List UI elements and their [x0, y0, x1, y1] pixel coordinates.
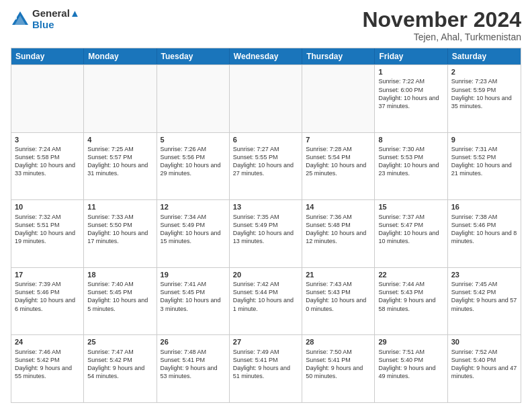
cal-cell: 25Sunrise: 7:47 AMSunset: 5:42 PMDayligh… — [84, 335, 157, 402]
cal-cell — [11, 65, 84, 132]
day-number: 17 — [15, 270, 80, 279]
cell-info: Sunrise: 7:37 AMSunset: 5:47 PMDaylight:… — [378, 213, 443, 246]
calendar-body: 1Sunrise: 7:22 AMSunset: 6:00 PMDaylight… — [11, 64, 521, 402]
day-number: 23 — [451, 270, 517, 279]
header-day-monday: Monday — [84, 48, 157, 64]
cal-cell: 10Sunrise: 7:32 AMSunset: 5:51 PMDayligh… — [11, 200, 84, 267]
cell-info: Sunrise: 7:42 AMSunset: 5:44 PMDaylight:… — [233, 280, 298, 313]
day-number: 16 — [451, 202, 517, 212]
cal-cell: 14Sunrise: 7:36 AMSunset: 5:48 PMDayligh… — [302, 200, 375, 267]
day-number: 18 — [87, 270, 152, 279]
day-number: 30 — [451, 337, 517, 347]
cal-cell: 16Sunrise: 7:38 AMSunset: 5:46 PMDayligh… — [448, 200, 521, 267]
cal-cell: 28Sunrise: 7:50 AMSunset: 5:41 PMDayligh… — [302, 335, 375, 402]
day-number: 19 — [161, 270, 226, 279]
day-number: 27 — [233, 337, 298, 347]
cell-info: Sunrise: 7:28 AMSunset: 5:54 PMDaylight:… — [306, 145, 371, 178]
header-day-friday: Friday — [375, 48, 447, 64]
day-number: 5 — [161, 135, 226, 144]
header-day-saturday: Saturday — [448, 48, 521, 64]
cal-cell: 20Sunrise: 7:42 AMSunset: 5:44 PMDayligh… — [230, 268, 302, 335]
location: Tejen, Ahal, Turkmenistan — [362, 32, 521, 42]
week-row-2: 10Sunrise: 7:32 AMSunset: 5:51 PMDayligh… — [11, 199, 521, 267]
cell-info: Sunrise: 7:40 AMSunset: 5:45 PMDaylight:… — [87, 280, 152, 313]
day-number: 11 — [87, 202, 152, 212]
week-row-0: 1Sunrise: 7:22 AMSunset: 6:00 PMDaylight… — [11, 64, 521, 132]
cell-info: Sunrise: 7:34 AMSunset: 5:49 PMDaylight:… — [161, 213, 226, 246]
title-block: November 2024 Tejen, Ahal, Turkmenistan — [362, 8, 521, 42]
day-number: 6 — [233, 135, 298, 144]
cell-info: Sunrise: 7:25 AMSunset: 5:57 PMDaylight:… — [87, 145, 152, 178]
day-number: 15 — [378, 202, 443, 212]
cal-cell: 11Sunrise: 7:33 AMSunset: 5:50 PMDayligh… — [84, 200, 157, 267]
day-number: 7 — [306, 135, 371, 144]
calendar-header: SundayMondayTuesdayWednesdayThursdayFrid… — [11, 48, 521, 64]
page: G General▲Blue November 2024 Tejen, Ahal… — [0, 0, 532, 411]
cal-cell: 2Sunrise: 7:23 AMSunset: 5:59 PMDaylight… — [448, 65, 521, 132]
cal-cell: 27Sunrise: 7:49 AMSunset: 5:41 PMDayligh… — [230, 335, 302, 402]
day-number: 4 — [87, 135, 152, 144]
cell-info: Sunrise: 7:50 AMSunset: 5:41 PMDaylight:… — [306, 348, 371, 381]
cell-info: Sunrise: 7:27 AMSunset: 5:55 PMDaylight:… — [233, 145, 298, 178]
header-day-thursday: Thursday — [302, 48, 375, 64]
cell-info: Sunrise: 7:26 AMSunset: 5:56 PMDaylight:… — [161, 145, 226, 178]
cell-info: Sunrise: 7:49 AMSunset: 5:41 PMDaylight:… — [233, 348, 298, 381]
cell-info: Sunrise: 7:52 AMSunset: 5:40 PMDaylight:… — [451, 348, 517, 381]
day-number: 24 — [15, 337, 80, 347]
header-day-tuesday: Tuesday — [157, 48, 230, 64]
cell-info: Sunrise: 7:39 AMSunset: 5:46 PMDaylight:… — [15, 280, 80, 313]
cal-cell — [230, 65, 302, 132]
cal-cell — [302, 65, 375, 132]
day-number: 25 — [87, 337, 152, 347]
day-number: 22 — [378, 270, 443, 279]
day-number: 9 — [451, 135, 517, 144]
week-row-3: 17Sunrise: 7:39 AMSunset: 5:46 PMDayligh… — [11, 267, 521, 335]
cell-info: Sunrise: 7:51 AMSunset: 5:40 PMDaylight:… — [378, 348, 443, 381]
month-year: November 2024 — [362, 8, 521, 32]
logo-text: General▲Blue — [32, 8, 80, 30]
cal-cell: 6Sunrise: 7:27 AMSunset: 5:55 PMDaylight… — [230, 133, 302, 200]
cell-info: Sunrise: 7:45 AMSunset: 5:42 PMDaylight:… — [451, 280, 517, 313]
cell-info: Sunrise: 7:38 AMSunset: 5:46 PMDaylight:… — [451, 213, 517, 246]
cell-info: Sunrise: 7:24 AMSunset: 5:58 PMDaylight:… — [15, 145, 80, 178]
day-number: 10 — [15, 202, 80, 212]
day-number: 29 — [378, 337, 443, 347]
cal-cell: 19Sunrise: 7:41 AMSunset: 5:45 PMDayligh… — [157, 268, 230, 335]
logo: G General▲Blue — [11, 8, 80, 30]
day-number: 1 — [378, 67, 443, 77]
cal-cell: 4Sunrise: 7:25 AMSunset: 5:57 PMDaylight… — [84, 133, 157, 200]
svg-text:G: G — [13, 15, 17, 20]
cell-info: Sunrise: 7:23 AMSunset: 5:59 PMDaylight:… — [451, 77, 517, 110]
cell-info: Sunrise: 7:47 AMSunset: 5:42 PMDaylight:… — [87, 348, 152, 381]
cell-info: Sunrise: 7:46 AMSunset: 5:42 PMDaylight:… — [15, 348, 80, 381]
day-number: 13 — [233, 202, 298, 212]
cal-cell: 8Sunrise: 7:30 AMSunset: 5:53 PMDaylight… — [375, 133, 447, 200]
logo-icon: G — [11, 10, 30, 29]
day-number: 8 — [378, 135, 443, 144]
cell-info: Sunrise: 7:44 AMSunset: 5:43 PMDaylight:… — [378, 280, 443, 313]
cell-info: Sunrise: 7:33 AMSunset: 5:50 PMDaylight:… — [87, 213, 152, 246]
week-row-1: 3Sunrise: 7:24 AMSunset: 5:58 PMDaylight… — [11, 132, 521, 200]
cal-cell: 26Sunrise: 7:48 AMSunset: 5:41 PMDayligh… — [157, 335, 230, 402]
cal-cell: 9Sunrise: 7:31 AMSunset: 5:52 PMDaylight… — [448, 133, 521, 200]
cell-info: Sunrise: 7:32 AMSunset: 5:51 PMDaylight:… — [15, 213, 80, 246]
day-number: 3 — [15, 135, 80, 144]
header-day-wednesday: Wednesday — [230, 48, 302, 64]
day-number: 28 — [306, 337, 371, 347]
cell-info: Sunrise: 7:36 AMSunset: 5:48 PMDaylight:… — [306, 213, 371, 246]
week-row-4: 24Sunrise: 7:46 AMSunset: 5:42 PMDayligh… — [11, 334, 521, 402]
day-number: 12 — [161, 202, 226, 212]
cell-info: Sunrise: 7:30 AMSunset: 5:53 PMDaylight:… — [378, 145, 443, 178]
cal-cell: 12Sunrise: 7:34 AMSunset: 5:49 PMDayligh… — [157, 200, 230, 267]
header: G General▲Blue November 2024 Tejen, Ahal… — [11, 8, 521, 42]
cell-info: Sunrise: 7:35 AMSunset: 5:49 PMDaylight:… — [233, 213, 298, 246]
cal-cell: 30Sunrise: 7:52 AMSunset: 5:40 PMDayligh… — [448, 335, 521, 402]
day-number: 26 — [161, 337, 226, 347]
cal-cell: 7Sunrise: 7:28 AMSunset: 5:54 PMDaylight… — [302, 133, 375, 200]
cal-cell: 22Sunrise: 7:44 AMSunset: 5:43 PMDayligh… — [375, 268, 447, 335]
cal-cell — [157, 65, 230, 132]
day-number: 14 — [306, 202, 371, 212]
cell-info: Sunrise: 7:43 AMSunset: 5:43 PMDaylight:… — [306, 280, 371, 313]
cal-cell: 3Sunrise: 7:24 AMSunset: 5:58 PMDaylight… — [11, 133, 84, 200]
cell-info: Sunrise: 7:41 AMSunset: 5:45 PMDaylight:… — [161, 280, 226, 313]
